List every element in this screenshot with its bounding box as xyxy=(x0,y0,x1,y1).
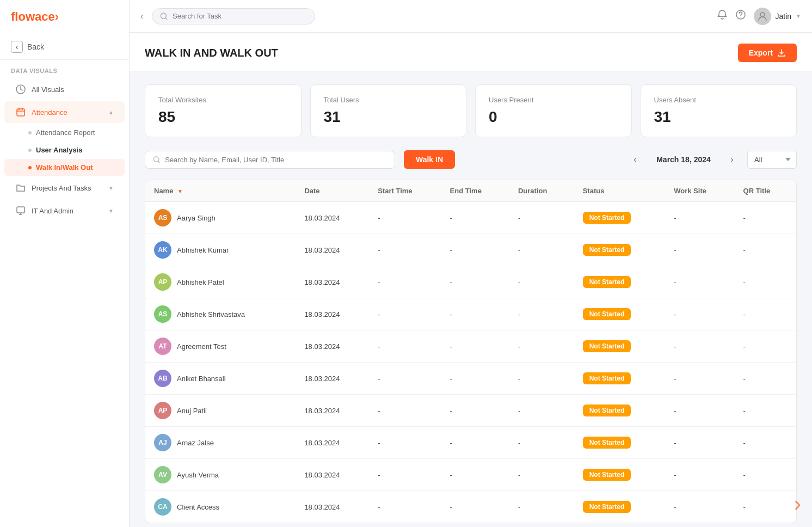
cell-name: AS Abhishek Shrivastava xyxy=(145,298,296,330)
cell-qr-title: - xyxy=(735,234,796,266)
sidebar-toggle[interactable]: ‹ xyxy=(140,11,143,21)
cell-date: 18.03.2024 xyxy=(296,459,369,491)
search-box[interactable] xyxy=(145,151,395,169)
cell-date: 18.03.2024 xyxy=(296,266,369,298)
data-table: Name ▼ Date Start Time End Time Duration… xyxy=(145,180,796,523)
sidebar-item-all-visuals-label: All Visuals xyxy=(32,85,114,94)
status-badge: Not Started xyxy=(583,340,631,352)
svg-rect-1 xyxy=(17,109,24,116)
header: ‹ xyxy=(130,0,812,33)
cell-duration: - xyxy=(509,234,574,266)
bullet-icon xyxy=(28,149,32,152)
export-button[interactable]: Export xyxy=(738,44,797,62)
attendance-report-label: Attendance Report xyxy=(36,128,95,137)
cell-name: AP Anuj Patil xyxy=(145,395,296,427)
search-icon xyxy=(153,156,161,164)
cell-qr-title: - xyxy=(735,395,796,427)
users-value: 31 xyxy=(324,108,453,126)
sidebar-item-projects-tasks[interactable]: Projects And Tasks ▼ xyxy=(4,177,125,199)
svg-point-6 xyxy=(760,13,765,17)
sidebar-subitem-walk-in-walk-out[interactable]: Walk In/Walk Out xyxy=(4,159,125,176)
user-name: Abhishek Shrivastava xyxy=(177,310,245,318)
cell-duration: - xyxy=(509,395,574,427)
cell-qr-title: - xyxy=(735,330,796,363)
user-avatar: AP xyxy=(154,273,171,291)
content-area: Total Worksites 85 Total Users 31 Users … xyxy=(130,71,812,527)
header-search-input[interactable] xyxy=(173,12,307,20)
cell-status: Not Started xyxy=(574,298,666,330)
sidebar-subitem-attendance-report[interactable]: Attendance Report xyxy=(4,124,125,141)
status-badge: Not Started xyxy=(583,276,631,288)
cell-date: 18.03.2024 xyxy=(296,202,369,234)
col-duration: Duration xyxy=(509,180,574,202)
col-end-time: End Time xyxy=(441,180,509,202)
cell-status: Not Started xyxy=(574,395,666,427)
notification-icon[interactable] xyxy=(717,9,728,23)
cell-qr-title: - xyxy=(735,363,796,395)
cell-worksite: - xyxy=(665,330,734,363)
date-next-arrow[interactable]: › xyxy=(725,153,739,166)
svg-point-5 xyxy=(740,17,741,17)
cell-duration: - xyxy=(509,363,574,395)
walk-in-button[interactable]: Walk IN xyxy=(404,150,455,169)
cell-date: 18.03.2024 xyxy=(296,330,369,363)
cell-date: 18.03.2024 xyxy=(296,234,369,266)
status-badge: Not Started xyxy=(583,212,631,224)
it-admin-chevron: ▼ xyxy=(108,208,114,214)
cell-start-time: - xyxy=(369,266,441,298)
status-badge: Not Started xyxy=(583,437,631,449)
user-avatar: AV xyxy=(154,466,171,483)
cell-date: 18.03.2024 xyxy=(296,363,369,395)
cell-duration: - xyxy=(509,491,574,523)
cell-name: AV Ayush Verma xyxy=(145,459,296,491)
user-menu[interactable]: Jatin ▼ xyxy=(754,8,801,25)
chart-icon xyxy=(15,84,26,95)
bullet-icon xyxy=(28,131,32,134)
user-name: Anuj Patil xyxy=(177,407,207,415)
back-button[interactable]: ‹ Back xyxy=(0,34,129,60)
cell-status: Not Started xyxy=(574,266,666,298)
cell-end-time: - xyxy=(441,234,509,266)
user-avatar: AK xyxy=(154,241,171,259)
cell-name: AJ Arnaz Jalse xyxy=(145,427,296,459)
cell-name: AB Aniket Bhansali xyxy=(145,363,296,395)
search-input[interactable] xyxy=(165,156,387,164)
cell-qr-title: - xyxy=(735,266,796,298)
cell-duration: - xyxy=(509,298,574,330)
sidebar-item-it-admin[interactable]: IT And Admin ▼ xyxy=(4,200,125,222)
sidebar-subitem-user-analysis[interactable]: User Analysis xyxy=(4,142,125,158)
user-name: Abhishek Patel xyxy=(177,278,224,286)
cell-worksite: - xyxy=(665,266,734,298)
table-row: AK Abhishek Kumar 18.03.2024 - - - Not S… xyxy=(145,234,796,266)
cell-worksite: - xyxy=(665,491,734,523)
cell-worksite: - xyxy=(665,234,734,266)
header-search-box[interactable] xyxy=(152,8,315,24)
cell-start-time: - xyxy=(369,202,441,234)
filter-select[interactable]: All Present Absent xyxy=(747,151,797,169)
cell-end-time: - xyxy=(441,298,509,330)
user-avatar: AT xyxy=(154,338,171,355)
present-label: Users Present xyxy=(489,96,618,104)
sidebar-item-all-visuals[interactable]: All Visuals xyxy=(4,78,125,100)
sort-icon[interactable]: ▼ xyxy=(177,188,183,194)
col-start-time: Start Time xyxy=(369,180,441,202)
cell-end-time: - xyxy=(441,330,509,363)
export-icon xyxy=(777,48,786,57)
back-icon: ‹ xyxy=(11,41,23,53)
cell-name: AK Abhishek Kumar xyxy=(145,234,296,266)
help-icon[interactable] xyxy=(735,9,746,23)
date-prev-arrow[interactable]: ‹ xyxy=(629,153,642,166)
cell-worksite: - xyxy=(665,363,734,395)
cell-date: 18.03.2024 xyxy=(296,395,369,427)
bullet-icon-orange xyxy=(28,166,32,169)
cell-qr-title: - xyxy=(735,491,796,523)
sidebar-item-attendance[interactable]: Attendance ▲ xyxy=(4,101,125,123)
sidebar: flowace› ‹ Back DATA VISUALS All Visuals xyxy=(0,0,130,527)
cell-worksite: - xyxy=(665,395,734,427)
worksites-value: 85 xyxy=(158,108,288,126)
cell-start-time: - xyxy=(369,234,441,266)
user-name: Client Access xyxy=(177,503,219,511)
absent-value: 31 xyxy=(654,108,784,126)
cell-status: Not Started xyxy=(574,427,666,459)
table-body: AS Aarya Singh 18.03.2024 - - - Not Star… xyxy=(145,202,796,523)
